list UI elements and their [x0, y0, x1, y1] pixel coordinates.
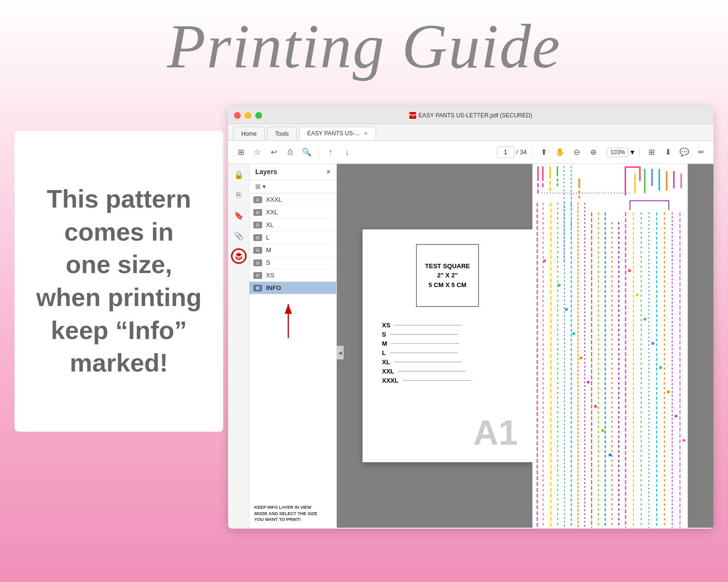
comment-icon[interactable]: 💬 [678, 146, 691, 159]
layer-eye-icon: ⊟ [253, 247, 262, 254]
zoom-level[interactable]: 103% [607, 147, 629, 157]
layer-label: L [266, 234, 269, 241]
window-controls [234, 112, 262, 119]
pdf-icon: PDF [409, 112, 416, 119]
back-icon[interactable]: ↩ [267, 146, 281, 159]
layer-eye-icon: ⊟ [253, 196, 262, 203]
cursor-tool-icon[interactable]: ⬆ [537, 146, 550, 159]
window-title-text: EASY PANTS US-LETTER.pdf (SECURED) [418, 112, 532, 119]
layer-xs[interactable]: ⊟ XS [249, 269, 336, 282]
zoom-fit-icon[interactable]: 🔍 [300, 146, 314, 159]
svg-point-37 [587, 381, 590, 384]
lock-icon[interactable]: 🔒 [233, 169, 245, 180]
hand-tool-icon[interactable]: ✋ [553, 146, 567, 159]
size-xs: XS [382, 322, 470, 329]
page-number-input[interactable] [497, 146, 514, 158]
tabs-bar: Home Tools EASY PANTS US-... ✕ [228, 124, 713, 141]
upload-icon[interactable]: ↑ [324, 146, 337, 159]
svg-rect-17 [579, 195, 580, 198]
minimize-button[interactable] [245, 112, 251, 119]
size-line [402, 380, 470, 381]
window-title: PDF EASY PANTS US-LETTER.pdf (SECURED) [409, 112, 532, 119]
svg-point-34 [565, 308, 568, 311]
layer-eye-icon: ⊟ [253, 234, 262, 241]
zoom-dropdown-arrow[interactable]: ▾ [630, 147, 634, 157]
tab-home[interactable]: Home [233, 127, 265, 140]
maximize-button[interactable] [255, 112, 262, 119]
svg-rect-2 [537, 166, 539, 181]
svg-point-69 [682, 439, 685, 442]
svg-rect-44 [634, 174, 636, 193]
svg-point-32 [543, 259, 546, 262]
edit-icon[interactable]: ✏ [694, 146, 708, 159]
print-icon[interactable]: ⎙ [283, 146, 297, 159]
zoom-in-icon[interactable]: ⊕ [586, 146, 600, 159]
size-line [398, 371, 466, 372]
layer-eye-icon: ⊟ [253, 285, 262, 291]
layers-icon-ring [231, 248, 247, 264]
title-area: Printing Guide [0, 10, 728, 82]
svg-rect-50 [680, 174, 682, 188]
layers-close-button[interactable]: × [327, 168, 331, 176]
layer-label: INFO [266, 284, 281, 291]
size-l: L [382, 349, 470, 356]
layer-xxxl[interactable]: ⊟ XXXL [249, 194, 336, 206]
zoom-out-icon[interactable]: ⊖ [570, 146, 583, 159]
layers-panel-header: Layers × [249, 164, 336, 180]
svg-rect-49 [673, 171, 675, 188]
layer-m[interactable]: ⊟ M [249, 244, 336, 257]
scroll-left-arrow[interactable]: ◀ [337, 346, 344, 359]
page-title: Printing Guide [167, 10, 561, 82]
tab-document[interactable]: EASY PANTS US-... ✕ [299, 127, 376, 140]
layer-info[interactable]: ⊟ INFO [249, 282, 336, 294]
layers-options-icon[interactable]: ⊞ ▾ [255, 183, 266, 190]
size-label: XXL [382, 368, 394, 375]
view-options-icon[interactable]: ⊞ [645, 146, 658, 159]
layer-xl[interactable]: ⊟ XL [249, 219, 336, 231]
layer-s[interactable]: ⊟ S [249, 257, 336, 269]
size-line [394, 325, 462, 325]
layer-xxl[interactable]: ⊟ XXL [249, 206, 336, 219]
svg-rect-48 [666, 171, 667, 191]
tab-tools[interactable]: Tools [267, 127, 297, 140]
layers-icon[interactable] [233, 250, 245, 262]
annotation-area: KEEP INFO LAYER IN VIEW MODE AND SELECT … [249, 294, 336, 528]
size-line [394, 362, 462, 362]
pages-icon[interactable]: ⎘ [233, 189, 245, 201]
annotation-text-block: KEEP INFO LAYER IN VIEW MODE AND SELECT … [254, 504, 322, 523]
close-button[interactable] [234, 112, 241, 119]
svg-point-67 [667, 390, 670, 393]
svg-point-66 [659, 366, 662, 369]
svg-rect-6 [542, 183, 544, 187]
bookmarks-icon[interactable]: 🔖 [233, 210, 245, 221]
scroll-icon[interactable]: ⬇ [661, 146, 675, 159]
pdf-sidebar: 🔒 ⎘ 🔖 📎 [228, 164, 249, 528]
svg-point-65 [651, 342, 654, 345]
svg-rect-41 [625, 166, 626, 195]
pattern-svg [532, 164, 688, 528]
svg-rect-10 [557, 166, 558, 176]
layer-label: XS [266, 272, 274, 279]
page-letter: A1 [473, 413, 518, 453]
svg-point-38 [594, 405, 597, 408]
bookmark-icon[interactable]: ☆ [250, 146, 264, 159]
layer-l[interactable]: ⊟ L [249, 231, 336, 244]
download-icon[interactable]: ↓ [340, 146, 354, 159]
size-xxl: XXL [382, 368, 470, 375]
svg-point-33 [558, 284, 561, 287]
toolbar-separator-2 [531, 147, 532, 158]
svg-rect-53 [668, 200, 669, 210]
svg-rect-51 [629, 200, 668, 201]
pdf-page: TEST SQUARE2" x 2"5 CM x 5 CM XS S M [363, 229, 532, 462]
size-xxxl: XXXL [382, 377, 470, 384]
layers-title: Layers [255, 168, 277, 176]
sidebar-toggle-icon[interactable]: ⊞ [234, 146, 248, 159]
size-line [390, 334, 458, 335]
pdf-content-area: 🔒 ⎘ 🔖 📎 Layers × ⊞ ▾ [228, 164, 713, 528]
tab-close-icon[interactable]: ✕ [364, 130, 368, 137]
attachments-icon[interactable]: 📎 [233, 230, 245, 242]
svg-rect-47 [659, 169, 660, 191]
size-xl: XL [382, 358, 470, 366]
size-label: L [382, 349, 386, 356]
pdf-viewer-window: PDF EASY PANTS US-LETTER.pdf (SECURED) H… [228, 107, 713, 529]
